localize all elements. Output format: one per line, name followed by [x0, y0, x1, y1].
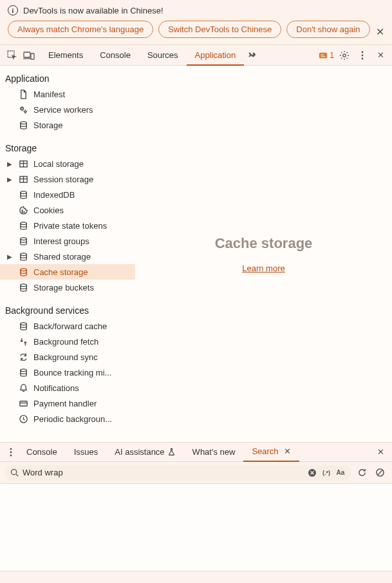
drawer-tab-ai-label: AI assistance: [115, 443, 164, 462]
drawer-tab-whatsnew[interactable]: What's new: [184, 443, 244, 462]
drawer-footer: [0, 571, 392, 583]
svg-point-22: [20, 322, 26, 325]
tab-elements[interactable]: Elements: [40, 45, 91, 66]
sidebar-item-background-fetch[interactable]: Background fetch: [0, 334, 135, 349]
clear-results-button[interactable]: [373, 466, 387, 480]
sidebar-item-local-storage[interactable]: ▶Local storage: [0, 156, 135, 171]
sidebar-item-indexeddb[interactable]: IndexedDB: [0, 187, 135, 202]
svg-point-10: [20, 121, 26, 124]
sidebar-item-label: Storage buckets: [33, 283, 94, 292]
drawer-kebab-button[interactable]: [4, 444, 18, 460]
sidebar-item-service-workers[interactable]: Service workers: [0, 102, 135, 117]
svg-point-18: [20, 237, 26, 240]
sidebar-item-label: Local storage: [33, 159, 84, 169]
sidebar-item-shared-storage[interactable]: ▶Shared storage: [0, 249, 135, 264]
search-field[interactable]: (.*) Aa: [5, 465, 351, 481]
drawer-tab-search[interactable]: Search ✕: [243, 443, 299, 462]
learn-more-link[interactable]: Learn more: [242, 263, 285, 273]
tab-console[interactable]: Console: [91, 45, 139, 66]
svg-point-8: [21, 107, 23, 110]
drawer-tab-console[interactable]: Console: [18, 443, 66, 462]
application-sidebar[interactable]: ApplicationManifestService workersStorag…: [0, 66, 135, 442]
close-search-tab-button[interactable]: ✕: [284, 442, 291, 461]
search-input[interactable]: [23, 468, 303, 477]
gears-icon: [18, 104, 28, 115]
sidebar-item-storage[interactable]: Storage: [0, 117, 135, 133]
refresh-search-button[interactable]: [355, 466, 369, 480]
expand-arrow-icon: ▶: [6, 160, 13, 167]
close-devtools-button[interactable]: ✕: [373, 48, 388, 63]
sidebar-item-label: Periodic backgroun...: [33, 414, 112, 424]
match-case-toggle[interactable]: Aa: [335, 468, 346, 478]
kebab-menu-button[interactable]: [355, 48, 370, 63]
sidebar-item-storage-buckets[interactable]: Storage buckets: [0, 280, 135, 295]
sidebar-item-cookies[interactable]: Cookies: [0, 202, 135, 218]
drawer-close-button[interactable]: ✕: [373, 447, 388, 457]
more-tabs-button[interactable]: [244, 47, 261, 64]
drawer-tab-search-label: Search: [252, 442, 278, 461]
svg-point-17: [20, 222, 26, 224]
main-toolbar: Elements Console Sources Application 1 ✕: [0, 45, 392, 66]
info-icon: i: [8, 5, 18, 15]
svg-point-20: [20, 268, 26, 271]
database-icon: [18, 321, 28, 331]
database-icon: [18, 220, 28, 231]
sidebar-item-interest-groups[interactable]: Interest groups: [0, 233, 135, 249]
svg-point-9: [24, 110, 26, 112]
device-toolbar-button[interactable]: [21, 47, 37, 64]
search-toolbar: (.*) Aa: [0, 462, 392, 484]
sidebar-item-back-forward-cache[interactable]: Back/forward cache: [0, 318, 135, 334]
sidebar-item-label: Private state tokens: [33, 221, 107, 231]
sidebar-item-periodic-backgroun[interactable]: Periodic backgroun...: [0, 411, 135, 426]
issues-indicator[interactable]: 1: [319, 51, 334, 60]
regex-toggle[interactable]: (.*): [321, 468, 331, 478]
sidebar-item-notifications[interactable]: Notifications: [0, 380, 135, 396]
settings-button[interactable]: [337, 48, 352, 63]
application-panel: ApplicationManifestService workersStorag…: [0, 66, 392, 443]
svg-rect-24: [19, 401, 26, 406]
search-results-area: [0, 484, 392, 571]
chip-switch-chinese[interactable]: Switch DevTools to Chinese: [158, 21, 281, 38]
svg-point-4: [343, 53, 346, 56]
inspect-element-button[interactable]: [4, 47, 21, 64]
infobar-message: DevTools is now available in Chinese!: [23, 6, 163, 15]
svg-point-29: [12, 470, 17, 475]
sidebar-item-background-sync[interactable]: Background sync: [0, 349, 135, 365]
svg-point-15: [23, 211, 24, 212]
drawer-tab-ai[interactable]: AI assistance: [106, 443, 183, 462]
svg-rect-3: [319, 52, 327, 58]
database-icon: [18, 189, 28, 200]
clear-search-button[interactable]: [307, 468, 317, 478]
svg-point-14: [22, 209, 23, 210]
cookie-icon: [18, 205, 28, 215]
svg-point-26: [10, 448, 12, 450]
database-icon: [18, 251, 28, 262]
fetch-icon: [18, 336, 28, 347]
sidebar-item-manifest[interactable]: Manifest: [0, 86, 135, 102]
drawer-tab-issues[interactable]: Issues: [66, 443, 107, 462]
sidebar-item-label: Payment handler: [33, 399, 97, 408]
sidebar-item-label: Service workers: [33, 105, 93, 115]
bell-icon: [18, 383, 28, 393]
svg-rect-1: [24, 52, 30, 57]
table-icon: [18, 174, 28, 184]
issues-count-number: 1: [330, 51, 334, 60]
sidebar-item-label: Cache storage: [33, 267, 88, 277]
svg-point-7: [362, 57, 364, 59]
clock-icon: [18, 414, 28, 424]
sidebar-item-bounce-tracking-mi[interactable]: Bounce tracking mi...: [0, 365, 135, 380]
database-icon: [18, 267, 28, 277]
chip-dont-show[interactable]: Don't show again: [286, 21, 369, 38]
sidebar-item-private-state-tokens[interactable]: Private state tokens: [0, 218, 135, 233]
sidebar-item-cache-storage[interactable]: Cache storage: [0, 264, 135, 280]
sidebar-item-session-storage[interactable]: ▶Session storage: [0, 171, 135, 187]
svg-point-28: [10, 454, 12, 456]
tab-application[interactable]: Application: [187, 45, 245, 66]
table-icon: [18, 158, 28, 169]
svg-point-13: [20, 191, 26, 193]
tab-sources[interactable]: Sources: [139, 45, 187, 66]
sidebar-category: Storage: [0, 139, 135, 156]
sidebar-item-payment-handler[interactable]: Payment handler: [0, 396, 135, 411]
chip-match-language[interactable]: Always match Chrome's language: [8, 21, 153, 38]
infobar-close-button[interactable]: ✕: [376, 26, 384, 38]
